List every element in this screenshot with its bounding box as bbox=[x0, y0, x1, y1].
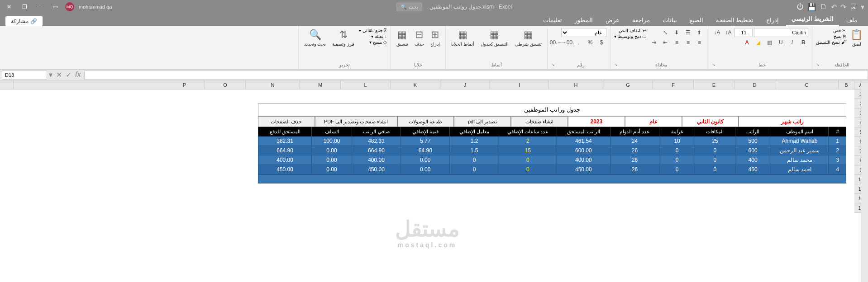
create-pages-button[interactable]: انشاء صفحات bbox=[511, 116, 568, 127]
font-launcher-icon[interactable]: ↘ bbox=[712, 62, 715, 67]
select-all-corner[interactable] bbox=[0, 80, 14, 89]
col-header-H[interactable]: H bbox=[549, 80, 603, 89]
tab-review[interactable]: مراجعة bbox=[627, 14, 655, 26]
sort-filter-button[interactable]: ⇅فرز وتصفية bbox=[330, 28, 356, 48]
clipboard-launcher-icon[interactable]: ↘ bbox=[816, 62, 820, 67]
col-header-C[interactable]: C bbox=[775, 80, 839, 89]
italic-icon[interactable]: I bbox=[787, 38, 797, 47]
qat-more-icon[interactable]: ▾ bbox=[861, 3, 864, 11]
font-name-input[interactable] bbox=[754, 28, 808, 37]
col-header-M[interactable]: M bbox=[300, 80, 341, 89]
ribbon-options-icon[interactable]: ▭ bbox=[50, 1, 61, 12]
alignment-launcher-icon[interactable]: ↘ bbox=[614, 62, 618, 67]
tab-file[interactable]: ملف bbox=[841, 14, 863, 26]
undo-icon[interactable]: ↶ bbox=[831, 3, 837, 11]
col-header-N[interactable]: N bbox=[246, 80, 300, 89]
tab-insert[interactable]: إدراج bbox=[761, 14, 784, 26]
font-size-input[interactable] bbox=[734, 28, 753, 37]
align-right-icon[interactable]: ≡ bbox=[694, 38, 704, 47]
indent-dec-icon[interactable]: ⇤ bbox=[660, 38, 670, 47]
clear-button[interactable]: ◇ مسح ▾ bbox=[359, 40, 387, 45]
create-export-button[interactable]: انشاء صفحات وتصدير الى PDF bbox=[315, 116, 397, 127]
enter-formula-icon[interactable]: ✓ bbox=[66, 70, 72, 79]
tab-help[interactable]: تعليمات bbox=[538, 14, 568, 26]
col-header-F[interactable]: F bbox=[653, 80, 694, 89]
col-header-P[interactable]: P bbox=[164, 80, 205, 89]
cancel-formula-icon[interactable]: ✕ bbox=[56, 70, 62, 79]
align-left-icon[interactable]: ≡ bbox=[672, 38, 682, 47]
table-row[interactable]: 2سمير عبد الرحمن6000026600.00151.564.906… bbox=[258, 146, 846, 155]
vertical-scrollbar[interactable] bbox=[861, 80, 868, 282]
share-button[interactable]: 🔗 مشاركة bbox=[5, 16, 43, 26]
col-header-O[interactable]: O bbox=[205, 80, 246, 89]
find-select-button[interactable]: 🔍بحث وتحديد bbox=[302, 28, 328, 48]
copy-button[interactable]: ⎘ نسخ bbox=[816, 34, 846, 39]
currency-icon[interactable]: $ bbox=[596, 38, 606, 47]
col-header-J[interactable]: J bbox=[440, 80, 490, 89]
indent-inc-icon[interactable]: ⇥ bbox=[649, 38, 659, 47]
bold-icon[interactable]: B bbox=[798, 38, 808, 47]
shrink-font-icon[interactable]: A↓ bbox=[712, 28, 722, 37]
table-row[interactable]: 3محمد سالم4000026400.00000.00400.000.004… bbox=[258, 155, 846, 165]
format-painter-button[interactable]: 🖌 نسخ التنسيق bbox=[816, 40, 846, 45]
cells-grid[interactable]: جدول وراتب الموظفين راتب شهر كانون الثان… bbox=[0, 89, 854, 213]
formula-input[interactable] bbox=[84, 70, 868, 80]
col-header-I[interactable]: I bbox=[490, 80, 549, 89]
search-input[interactable]: 🔍 بحث bbox=[396, 3, 422, 11]
col-header-B[interactable]: B bbox=[839, 80, 854, 89]
grow-font-icon[interactable]: A↑ bbox=[723, 28, 733, 37]
delete-pages-button[interactable]: حذف الصفحات bbox=[258, 116, 315, 127]
table-row[interactable]: 1Ahmad Wahab500251024461.5421.25.77482.3… bbox=[258, 136, 846, 146]
table-row[interactable]: 4احمد سالم4500026450.00000.00450.000.004… bbox=[258, 165, 846, 174]
tab-home[interactable]: الشريط الرئيسي bbox=[786, 13, 839, 26]
tab-formulas[interactable]: الصيغ bbox=[684, 14, 709, 26]
close-icon[interactable]: ✕ bbox=[4, 1, 14, 12]
col-header-G[interactable]: G bbox=[603, 80, 653, 89]
export-pdf-button[interactable]: تصدير الى pdf bbox=[454, 116, 511, 127]
underline-icon[interactable]: U bbox=[776, 38, 786, 47]
save-icon[interactable]: 💾 bbox=[807, 3, 816, 11]
format-as-table-button[interactable]: ▦التنسيق كجدول bbox=[479, 28, 511, 48]
number-format-select[interactable]: عام bbox=[561, 28, 606, 37]
format-cells-button[interactable]: ▦تنسيق bbox=[395, 28, 410, 48]
autosave-icon[interactable]: ⏻ bbox=[796, 3, 804, 11]
name-box-dropdown-icon[interactable]: ▾ bbox=[49, 70, 52, 79]
align-center-icon[interactable]: ≡ bbox=[683, 38, 693, 47]
save2-icon[interactable]: 🖫 bbox=[850, 3, 857, 11]
decrease-decimal-icon[interactable]: ←.00 bbox=[551, 38, 561, 47]
number-launcher-icon[interactable]: ↘ bbox=[551, 62, 555, 67]
restore-icon[interactable]: ❐ bbox=[19, 1, 30, 12]
col-header-E[interactable]: E bbox=[694, 80, 734, 89]
fill-button[interactable]: ↓ تعبئة ▾ bbox=[359, 34, 387, 39]
comma-icon[interactable]: , bbox=[574, 38, 584, 47]
minimize-icon[interactable]: — bbox=[34, 1, 45, 12]
user-avatar[interactable]: MQ bbox=[65, 2, 74, 11]
redo-icon[interactable]: ↷ bbox=[840, 3, 846, 11]
autosum-button[interactable]: Σ جمع تلقائي ▾ bbox=[359, 28, 387, 33]
cut-button[interactable]: ✂ قص bbox=[816, 28, 846, 33]
align-bottom-icon[interactable]: ⬇ bbox=[672, 28, 682, 37]
tab-developer[interactable]: المطور bbox=[569, 14, 598, 26]
merge-button[interactable]: ▭ دمج وتوسيط ▾ bbox=[614, 34, 646, 39]
insert-cells-button[interactable]: ⊞إدراج bbox=[429, 28, 442, 48]
align-middle-icon[interactable]: ☰ bbox=[683, 28, 693, 37]
tab-page-layout[interactable]: تخطيط الصفحة bbox=[711, 14, 759, 26]
font-color-icon[interactable]: A bbox=[742, 38, 752, 47]
border-icon[interactable]: ▦ bbox=[764, 38, 774, 47]
increase-decimal-icon[interactable]: .00→ bbox=[563, 38, 572, 47]
fill-color-icon[interactable]: ◢ bbox=[753, 38, 763, 47]
col-header-K[interactable]: K bbox=[391, 80, 440, 89]
new-icon[interactable]: 🗋 bbox=[820, 3, 827, 11]
col-header-L[interactable]: L bbox=[341, 80, 391, 89]
name-box[interactable] bbox=[2, 70, 47, 80]
col-header-D[interactable]: D bbox=[734, 80, 775, 89]
align-top-icon[interactable]: ⬆ bbox=[694, 28, 704, 37]
print-receipts-button[interactable]: طباعة الوصولات bbox=[397, 116, 454, 127]
percent-icon[interactable]: % bbox=[585, 38, 595, 47]
orientation-icon[interactable]: ⤡ bbox=[660, 28, 670, 37]
conditional-format-button[interactable]: ▦تنسيق شرطي bbox=[513, 28, 544, 48]
wrap-text-button[interactable]: ↩ التفاف النص bbox=[614, 28, 646, 33]
cell-styles-button[interactable]: ▦أنماط الخلايا bbox=[449, 28, 476, 48]
paste-button[interactable]: 📋 لصق bbox=[849, 28, 864, 48]
tab-view[interactable]: عرض bbox=[600, 14, 625, 26]
